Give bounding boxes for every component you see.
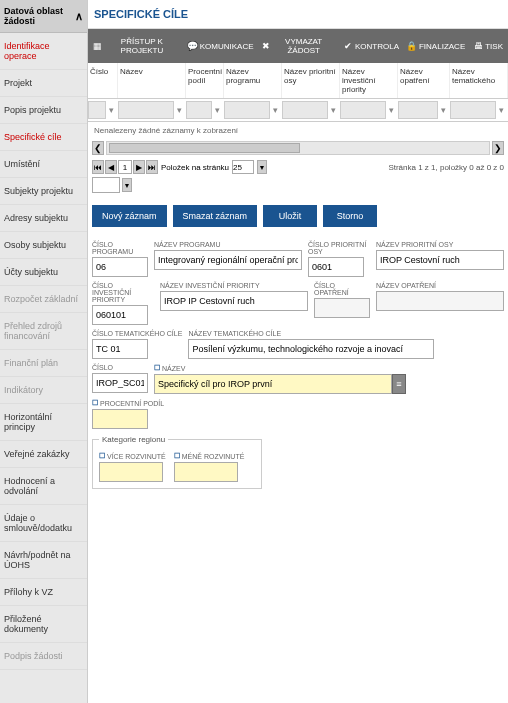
delete-record-button[interactable]: Smazat záznam bbox=[173, 205, 258, 227]
sidebar-item-5[interactable]: Subjekty projektu bbox=[0, 178, 87, 205]
page-number-input[interactable] bbox=[118, 160, 132, 174]
last-page-button[interactable]: ⏭ bbox=[146, 160, 158, 174]
form: ČÍSLO PROGRAMU NÁZEV PROGRAMU ČÍSLO PRIO… bbox=[88, 233, 508, 501]
funnel-icon[interactable]: ▾ bbox=[438, 105, 448, 115]
funnel-icon[interactable]: ▾ bbox=[270, 105, 280, 115]
sidebar-item-8[interactable]: Účty subjektu bbox=[0, 259, 87, 286]
new-record-button[interactable]: Nový záznam bbox=[92, 205, 167, 227]
sidebar-item-7[interactable]: Osoby subjektu bbox=[0, 232, 87, 259]
chat-icon: 💬 bbox=[188, 41, 198, 51]
cislo-label: ČÍSLO bbox=[92, 362, 148, 373]
col-cislo[interactable]: Číslo bbox=[88, 63, 118, 98]
nazev-pos-field[interactable] bbox=[376, 250, 504, 270]
scroll-track[interactable] bbox=[106, 141, 490, 155]
sidebar-item-0[interactable]: Identifikace operace bbox=[0, 33, 87, 70]
scroll-left-icon[interactable]: ❮ bbox=[92, 141, 104, 155]
cislo-pos-field[interactable] bbox=[308, 257, 364, 277]
sidebar-item-9[interactable]: Rozpočet základní bbox=[0, 286, 87, 313]
sidebar-item-2[interactable]: Popis projektu bbox=[0, 97, 87, 124]
filter-procentni[interactable] bbox=[186, 101, 212, 119]
filter-ip[interactable] bbox=[340, 101, 386, 119]
col-procentni[interactable]: Procentní podíl bbox=[186, 63, 224, 98]
access-project-button[interactable]: ▦PŘÍSTUP K PROJEKTU bbox=[90, 33, 183, 59]
sidebar-item-15[interactable]: Hodnocení a odvolání bbox=[0, 468, 87, 505]
col-ip[interactable]: Název investiční priority bbox=[340, 63, 398, 98]
mene-field[interactable] bbox=[174, 462, 238, 482]
horizontal-scrollbar[interactable]: ❮ ❯ bbox=[88, 139, 508, 157]
cislo-ip-field[interactable] bbox=[92, 305, 148, 325]
col-tc[interactable]: Název tematického bbox=[450, 63, 508, 98]
prev-page-button[interactable]: ◀ bbox=[105, 160, 117, 174]
nazev-op-field[interactable] bbox=[376, 291, 504, 311]
sidebar-item-12[interactable]: Indikátory bbox=[0, 377, 87, 404]
page-size-input[interactable] bbox=[232, 160, 254, 174]
sidebar-item-17[interactable]: Návrh/podnět na ÚOHS bbox=[0, 542, 87, 579]
filter-nazev[interactable] bbox=[118, 101, 174, 119]
nazev-pos-label: NÁZEV PRIORITNÍ OSY bbox=[376, 239, 504, 250]
expand-icon[interactable]: ≡ bbox=[392, 374, 406, 394]
col-opatreni[interactable]: Název opatření bbox=[398, 63, 450, 98]
nazev-ip-label: NÁZEV INVESTIČNÍ PRIORITY bbox=[160, 280, 308, 291]
first-page-button[interactable]: ⏮ bbox=[92, 160, 104, 174]
filter-tc[interactable] bbox=[450, 101, 496, 119]
sidebar-item-1[interactable]: Projekt bbox=[0, 70, 87, 97]
funnel-icon[interactable]: ▾ bbox=[386, 105, 396, 115]
sidebar-item-14[interactable]: Veřejné zakázky bbox=[0, 441, 87, 468]
scroll-right-icon[interactable]: ❯ bbox=[492, 141, 504, 155]
check-button[interactable]: ✔KONTROLA bbox=[340, 33, 402, 59]
nazev-tc-field[interactable] bbox=[188, 339, 434, 359]
nazev-ip-field[interactable] bbox=[160, 291, 308, 311]
cislo-tc-label: ČÍSLO TEMATICKÉHO CÍLE bbox=[92, 328, 182, 339]
filter-pos[interactable] bbox=[282, 101, 328, 119]
nazev-op-label: NÁZEV OPATŘENÍ bbox=[376, 280, 504, 291]
sidebar-item-10[interactable]: Přehled zdrojů financování bbox=[0, 313, 87, 350]
procentni-field[interactable] bbox=[92, 409, 148, 429]
funnel-icon[interactable]: ▾ bbox=[212, 105, 222, 115]
sidebar-item-16[interactable]: Údaje o smlouvě/dodatku bbox=[0, 505, 87, 542]
cislo-op-field[interactable] bbox=[314, 298, 370, 318]
finalize-button[interactable]: 🔒FINALIZACE bbox=[404, 33, 468, 59]
cislo-field[interactable] bbox=[92, 373, 148, 393]
col-nazev[interactable]: Název bbox=[118, 63, 186, 98]
communication-button[interactable]: 💬KOMUNIKACE bbox=[185, 33, 257, 59]
funnel-icon[interactable]: ▾ bbox=[106, 105, 116, 115]
cislo-programu-label: ČÍSLO PROGRAMU bbox=[92, 239, 148, 257]
cancel-request-button[interactable]: ✖VYMAZAT ŽÁDOST bbox=[259, 33, 338, 59]
next-page-button[interactable]: ▶ bbox=[133, 160, 145, 174]
sidebar-item-6[interactable]: Adresy subjektu bbox=[0, 205, 87, 232]
sidebar-header[interactable]: Datová oblast žádosti ∧ bbox=[0, 0, 87, 33]
sidebar-item-13[interactable]: Horizontální principy bbox=[0, 404, 87, 441]
col-pos[interactable]: Název prioritní osy bbox=[282, 63, 340, 98]
sidebar-item-20[interactable]: Podpis žádosti bbox=[0, 643, 87, 670]
scroll-thumb[interactable] bbox=[109, 143, 300, 153]
funnel-icon[interactable]: ▾ bbox=[174, 105, 184, 115]
cancel-button[interactable]: Storno bbox=[323, 205, 377, 227]
save-button[interactable]: Uložit bbox=[263, 205, 317, 227]
dropdown-icon[interactable]: ▼ bbox=[122, 178, 132, 192]
nazev-programu-field[interactable] bbox=[154, 250, 302, 270]
vice-field[interactable] bbox=[99, 462, 163, 482]
mene-label: ☐MÉNĚ ROZVINUTÉ bbox=[174, 450, 245, 462]
sidebar-item-18[interactable]: Přílohy k VZ bbox=[0, 579, 87, 606]
sidebar-item-3[interactable]: Specifické cíle bbox=[0, 124, 87, 151]
col-programu[interactable]: Název programu bbox=[224, 63, 282, 98]
filter-opatreni[interactable] bbox=[398, 101, 438, 119]
nazev-programu-label: NÁZEV PROGRAMU bbox=[154, 239, 302, 250]
nazev-tc-label: NÁZEV TEMATICKÉHO CÍLE bbox=[188, 328, 434, 339]
item-select-input[interactable] bbox=[92, 177, 120, 193]
pager-info: Stránka 1 z 1, položky 0 až 0 z 0 bbox=[388, 163, 504, 172]
sidebar-item-4[interactable]: Umístění bbox=[0, 151, 87, 178]
filter-programu[interactable] bbox=[224, 101, 270, 119]
sidebar-header-label: Datová oblast žádosti bbox=[4, 6, 75, 26]
sidebar-item-19[interactable]: Přiložené dokumenty bbox=[0, 606, 87, 643]
toolbar: ▦PŘÍSTUP K PROJEKTU 💬KOMUNIKACE ✖VYMAZAT… bbox=[88, 29, 508, 63]
nazev-field[interactable] bbox=[154, 374, 392, 394]
print-button[interactable]: 🖶TISK bbox=[470, 33, 506, 59]
sidebar-item-11[interactable]: Finanční plán bbox=[0, 350, 87, 377]
dropdown-icon[interactable]: ▼ bbox=[257, 160, 267, 174]
filter-cislo[interactable] bbox=[88, 101, 106, 119]
funnel-icon[interactable]: ▾ bbox=[496, 105, 506, 115]
cislo-programu-field[interactable] bbox=[92, 257, 148, 277]
cislo-tc-field[interactable] bbox=[92, 339, 148, 359]
funnel-icon[interactable]: ▾ bbox=[328, 105, 338, 115]
